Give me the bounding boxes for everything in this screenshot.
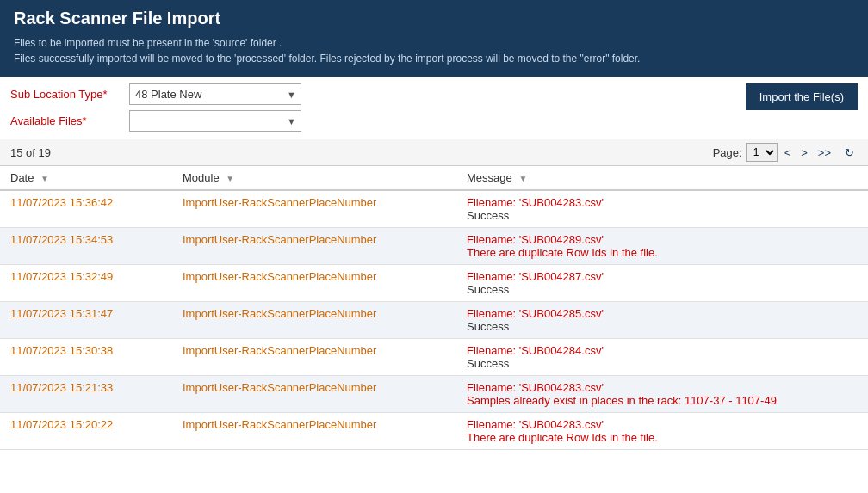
message-status: There are duplicate Row Ids in the file. bbox=[467, 246, 658, 259]
message-filename: Filename: 'SUB004283.csv' bbox=[467, 196, 604, 209]
cell-date: 11/07/2023 15:20:22 bbox=[0, 413, 172, 450]
cell-module: ImportUser-RackScannerPlaceNumber bbox=[172, 228, 456, 265]
message-filename: Filename: 'SUB004287.csv' bbox=[467, 270, 604, 283]
col-header-message[interactable]: Message ▼ bbox=[456, 166, 868, 190]
table-row: 11/07/2023 15:20:22ImportUser-RackScanne… bbox=[0, 413, 868, 450]
table-row: 11/07/2023 15:34:53ImportUser-RackScanne… bbox=[0, 228, 868, 265]
cell-module: ImportUser-RackScannerPlaceNumber bbox=[172, 302, 456, 339]
form-row: Sub Location Type* 48 Plate New ▼ Availa… bbox=[10, 83, 301, 132]
header-bar: Rack Scanner File Import Files to be imp… bbox=[0, 0, 868, 77]
available-files-select[interactable] bbox=[129, 110, 301, 132]
message-filename: Filename: 'SUB004283.csv' bbox=[467, 381, 604, 394]
cell-message: Filename: 'SUB004283.csv'Samples already… bbox=[456, 376, 868, 413]
message-filename: Filename: 'SUB004289.csv' bbox=[467, 233, 604, 246]
import-button[interactable]: Import the File(s) bbox=[746, 83, 858, 110]
date-sort-icon: ▼ bbox=[40, 174, 49, 183]
cell-module: ImportUser-RackScannerPlaceNumber bbox=[172, 190, 456, 228]
available-files-field: Available Files* ▼ bbox=[10, 110, 301, 132]
sub-location-select[interactable]: 48 Plate New bbox=[129, 83, 301, 105]
prev-page-button[interactable]: < bbox=[781, 145, 795, 161]
table-row: 11/07/2023 15:30:38ImportUser-RackScanne… bbox=[0, 339, 868, 376]
available-files-select-wrapper: ▼ bbox=[129, 110, 301, 132]
cell-message: Filename: 'SUB004287.csv'Success bbox=[456, 265, 868, 302]
cell-module: ImportUser-RackScannerPlaceNumber bbox=[172, 413, 456, 450]
cell-module: ImportUser-RackScannerPlaceNumber bbox=[172, 265, 456, 302]
last-page-button[interactable]: >> bbox=[815, 145, 834, 161]
pagination: Page: 1 2 < > >> ↻ bbox=[713, 143, 858, 162]
message-status: Success bbox=[467, 209, 509, 222]
cell-message: Filename: 'SUB004283.csv'There are dupli… bbox=[456, 413, 868, 450]
data-table: Date ▼ Module ▼ Message ▼ 11/07/2023 15:… bbox=[0, 166, 868, 450]
available-files-label: Available Files* bbox=[10, 114, 122, 127]
sub-location-label: Sub Location Type* bbox=[10, 88, 122, 101]
form-area: Sub Location Type* 48 Plate New ▼ Availa… bbox=[0, 77, 868, 139]
next-page-button[interactable]: > bbox=[797, 145, 811, 161]
cell-message: Filename: 'SUB004285.csv'Success bbox=[456, 302, 868, 339]
col-header-date[interactable]: Date ▼ bbox=[0, 166, 172, 190]
page-title: Rack Scanner File Import bbox=[14, 9, 854, 28]
record-count: 15 of 19 bbox=[10, 146, 183, 159]
cell-message: Filename: 'SUB004289.csv'There are dupli… bbox=[456, 228, 868, 265]
cell-message: Filename: 'SUB004284.csv'Success bbox=[456, 339, 868, 376]
cell-message: Filename: 'SUB004283.csv'Success bbox=[456, 190, 868, 228]
table-header-row: Date ▼ Module ▼ Message ▼ bbox=[0, 166, 868, 190]
form-and-btn-wrapper: Sub Location Type* 48 Plate New ▼ Availa… bbox=[10, 83, 858, 132]
table-row: 11/07/2023 15:31:47ImportUser-RackScanne… bbox=[0, 302, 868, 339]
refresh-button[interactable]: ↻ bbox=[841, 145, 858, 161]
sub-location-select-wrapper: 48 Plate New ▼ bbox=[129, 83, 301, 105]
cell-module: ImportUser-RackScannerPlaceNumber bbox=[172, 376, 456, 413]
message-filename: Filename: 'SUB004285.csv' bbox=[467, 307, 604, 320]
table-row: 11/07/2023 15:36:42ImportUser-RackScanne… bbox=[0, 190, 868, 228]
header-line1: Files to be imported must be present in … bbox=[14, 35, 854, 51]
col-header-module[interactable]: Module ▼ bbox=[172, 166, 456, 190]
table-row: 11/07/2023 15:32:49ImportUser-RackScanne… bbox=[0, 265, 868, 302]
message-status: There are duplicate Row Ids in the file. bbox=[467, 431, 658, 444]
message-filename: Filename: 'SUB004284.csv' bbox=[467, 344, 604, 357]
grid-toolbar: 15 of 19 Page: 1 2 < > >> ↻ bbox=[0, 139, 868, 166]
cell-date: 11/07/2023 15:34:53 bbox=[0, 228, 172, 265]
header-line2: Files successfully imported will be move… bbox=[14, 51, 854, 66]
message-status: Samples already exist in places in the r… bbox=[467, 394, 777, 407]
table-row: 11/07/2023 15:21:33ImportUser-RackScanne… bbox=[0, 376, 868, 413]
cell-date: 11/07/2023 15:21:33 bbox=[0, 376, 172, 413]
message-status: Success bbox=[467, 357, 509, 370]
message-sort-icon: ▼ bbox=[518, 174, 527, 183]
page-select[interactable]: 1 2 bbox=[746, 143, 778, 162]
module-sort-icon: ▼ bbox=[226, 174, 234, 183]
cell-date: 11/07/2023 15:36:42 bbox=[0, 190, 172, 228]
message-status: Success bbox=[467, 283, 509, 296]
sub-location-field: Sub Location Type* 48 Plate New ▼ bbox=[10, 83, 301, 105]
cell-date: 11/07/2023 15:32:49 bbox=[0, 265, 172, 302]
message-status: Success bbox=[467, 320, 509, 333]
message-filename: Filename: 'SUB004283.csv' bbox=[467, 418, 604, 431]
cell-module: ImportUser-RackScannerPlaceNumber bbox=[172, 339, 456, 376]
cell-date: 11/07/2023 15:31:47 bbox=[0, 302, 172, 339]
cell-date: 11/07/2023 15:30:38 bbox=[0, 339, 172, 376]
page-label: Page: bbox=[713, 146, 742, 159]
